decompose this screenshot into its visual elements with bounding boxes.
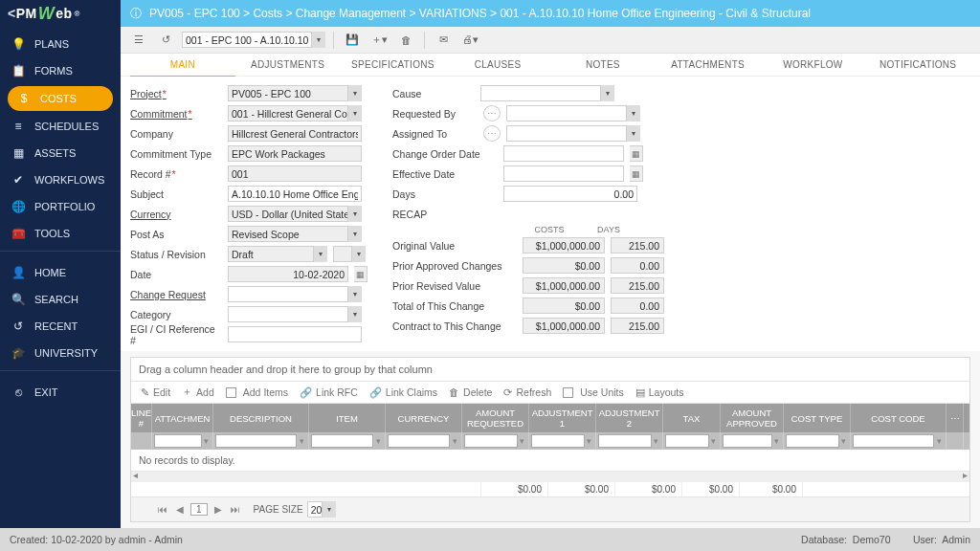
col-more[interactable]: ⋯ <box>947 404 964 432</box>
grid-additems[interactable]: Add Items <box>226 386 288 398</box>
nav-assets[interactable]: ▦ASSETS <box>0 140 121 166</box>
nav-workflows[interactable]: ✔WORKFLOWS <box>0 166 121 193</box>
nav-recent[interactable]: ↺RECENT <box>0 313 121 340</box>
calendar-icon[interactable]: ▦ <box>630 145 643 162</box>
filter-desc[interactable] <box>215 434 297 448</box>
tab-main[interactable]: MAIN <box>130 54 235 77</box>
reqby-select[interactable] <box>506 105 640 121</box>
filter-icon[interactable]: ▾ <box>586 434 593 448</box>
filter-icon[interactable]: ▾ <box>840 434 848 448</box>
col-currency[interactable]: CURRENCY <box>386 404 462 432</box>
codate-input[interactable] <box>503 145 624 162</box>
date-input[interactable] <box>228 266 348 282</box>
project-select[interactable] <box>228 85 362 101</box>
nav-schedules[interactable]: ≡SCHEDULES <box>0 113 121 140</box>
tab-adjustments[interactable]: ADJUSTMENTS <box>235 54 341 76</box>
revision-select[interactable] <box>333 246 366 262</box>
nav-exit-item[interactable]: ⎋EXIT <box>0 379 121 406</box>
filter-icon[interactable]: ▾ <box>653 434 660 448</box>
tab-specifications[interactable]: SPECIFICATIONS <box>341 54 446 76</box>
nav-plans[interactable]: 💡PLANS <box>0 31 121 57</box>
nav-search[interactable]: 🔍SEARCH <box>0 286 121 313</box>
trash-icon[interactable]: 🗑 <box>395 31 416 50</box>
tab-clauses[interactable]: CLAUSES <box>445 54 550 76</box>
filter-item[interactable] <box>311 434 373 448</box>
calendar-icon[interactable]: ▦ <box>630 165 643 182</box>
filter-adj2[interactable] <box>598 434 652 448</box>
pager-size-select[interactable] <box>307 501 336 518</box>
grid-useunits[interactable]: Use Units <box>563 386 624 398</box>
company-input[interactable] <box>228 125 362 142</box>
save-icon[interactable]: 💾 <box>342 31 363 50</box>
tab-attachments[interactable]: ATTACHMENTS <box>656 54 761 76</box>
col-adj2[interactable]: ADJUSTMENT 2 <box>596 404 663 432</box>
info-icon[interactable]: ⓘ <box>130 6 142 22</box>
col-costcode[interactable]: COST CODE <box>851 404 947 432</box>
grid-linkrfc[interactable]: 🔗Link RFC <box>300 386 358 399</box>
col-amtreq[interactable]: AMOUNT REQUESTED <box>462 404 529 432</box>
col-adj1[interactable]: ADJUSTMENT 1 <box>529 404 596 432</box>
filter-adj1[interactable] <box>531 434 585 448</box>
col-item[interactable]: ITEM <box>309 404 386 432</box>
grid-delete[interactable]: 🗑Delete <box>449 386 492 398</box>
filter-icon[interactable]: ▾ <box>519 434 526 448</box>
filter-icon[interactable]: ▾ <box>935 434 944 448</box>
print-icon[interactable]: 🖨▾ <box>459 31 480 50</box>
nav-forms[interactable]: 📋FORMS <box>0 57 121 84</box>
nav-tools[interactable]: 🧰TOOLS <box>0 220 121 247</box>
record-select[interactable] <box>182 32 325 48</box>
filter-tax[interactable] <box>665 434 709 448</box>
grid-edit[interactable]: ✎Edit <box>141 386 170 398</box>
filter-costcode[interactable] <box>853 434 934 448</box>
days-input[interactable] <box>503 186 637 202</box>
lookup-icon[interactable]: ⋯ <box>483 105 501 121</box>
commitment-select[interactable] <box>228 105 362 121</box>
pager-page[interactable]: 1 <box>190 503 208 516</box>
filter-icon[interactable]: ▾ <box>710 434 718 448</box>
filter-icon[interactable]: ▾ <box>451 434 459 448</box>
pager-last[interactable]: ⏭ <box>229 504 242 515</box>
postas-select[interactable] <box>228 226 362 242</box>
filter-costtype[interactable] <box>786 434 839 448</box>
filter-currency[interactable] <box>388 434 450 448</box>
filter-icon[interactable]: ▾ <box>374 434 383 448</box>
col-tax[interactable]: TAX <box>663 404 721 432</box>
group-drop-area[interactable]: Drag a column header and drop it here to… <box>131 358 969 382</box>
egi-input[interactable] <box>228 326 362 342</box>
grid-hscroll[interactable] <box>131 471 969 482</box>
menu-icon[interactable]: ☰ <box>128 31 149 50</box>
pager-next[interactable]: ▶ <box>212 504 225 515</box>
history-icon[interactable]: ↺ <box>155 31 176 50</box>
filter-amtapp[interactable] <box>723 434 772 448</box>
grid-linkclaims[interactable]: 🔗Link Claims <box>369 386 437 399</box>
nav-costs[interactable]: $COSTS <box>8 86 113 111</box>
col-line[interactable]: LINE # <box>131 404 152 432</box>
cause-select[interactable] <box>480 85 614 101</box>
grid-add[interactable]: ＋Add <box>182 386 214 399</box>
filter-amtreq[interactable] <box>464 434 518 448</box>
tab-notifications[interactable]: NOTIFICATIONS <box>865 54 970 76</box>
grid-refresh[interactable]: ⟳Refresh <box>503 386 551 398</box>
category-select[interactable] <box>228 306 362 322</box>
ctype-input[interactable] <box>228 145 362 162</box>
col-attach[interactable]: ATTACHMEN <box>152 404 213 432</box>
filter-icon[interactable]: ▾ <box>298 434 306 448</box>
filter-attach[interactable] <box>154 434 202 448</box>
calendar-icon[interactable]: ▦ <box>354 266 368 282</box>
filter-icon[interactable]: ▾ <box>203 434 211 448</box>
nav-portfolio[interactable]: 🌐PORTFOLIO <box>0 193 121 220</box>
col-costtype[interactable]: COST TYPE <box>784 404 851 432</box>
pager-prev[interactable]: ◀ <box>173 504 187 515</box>
tab-notes[interactable]: NOTES <box>550 54 656 76</box>
status-select[interactable] <box>228 246 327 262</box>
col-amtapp[interactable]: AMOUNT APPROVED <box>721 404 784 432</box>
nav-home[interactable]: 👤HOME <box>0 259 121 286</box>
grid-layouts[interactable]: ▤Layouts <box>635 386 684 398</box>
assto-select[interactable] <box>506 125 640 142</box>
pager-first[interactable]: ⏮ <box>156 504 169 515</box>
lookup-icon[interactable]: ⋯ <box>483 125 501 142</box>
filter-icon[interactable]: ▾ <box>773 434 781 448</box>
record-input[interactable] <box>228 165 362 182</box>
tab-workflow[interactable]: WORKFLOW <box>761 54 866 76</box>
nav-university[interactable]: 🎓UNIVERSITY <box>0 340 121 366</box>
